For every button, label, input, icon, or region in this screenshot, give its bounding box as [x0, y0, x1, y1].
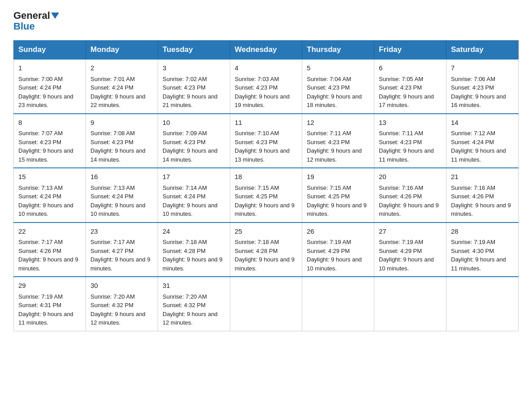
calendar-day-4: 4Sunrise: 7:03 AMSunset: 4:23 PMDaylight… [230, 59, 302, 114]
day-number: 10 [163, 118, 225, 128]
calendar-day-22: 22Sunrise: 7:17 AMSunset: 4:26 PMDayligh… [14, 223, 86, 277]
day-info: Sunrise: 7:14 AMSunset: 4:24 PMDaylight:… [163, 184, 225, 218]
calendar-day-14: 14Sunrise: 7:12 AMSunset: 4:24 PMDayligh… [446, 114, 519, 168]
day-number: 28 [451, 227, 514, 237]
weekday-header-tuesday: Tuesday [158, 41, 230, 60]
day-info: Sunrise: 7:16 AMSunset: 4:26 PMDaylight:… [451, 184, 514, 218]
day-info: Sunrise: 7:19 AMSunset: 4:30 PMDaylight:… [451, 238, 514, 273]
calendar-day-5: 5Sunrise: 7:04 AMSunset: 4:23 PMDaylight… [302, 59, 374, 114]
day-info: Sunrise: 7:02 AMSunset: 4:23 PMDaylight:… [163, 75, 225, 110]
calendar-day-6: 6Sunrise: 7:05 AMSunset: 4:23 PMDaylight… [374, 59, 446, 114]
day-info: Sunrise: 7:13 AMSunset: 4:24 PMDaylight:… [18, 184, 81, 218]
calendar-day-23: 23Sunrise: 7:17 AMSunset: 4:27 PMDayligh… [86, 223, 158, 277]
logo: General Blue [13, 9, 59, 32]
day-number: 2 [90, 63, 153, 73]
logo-text-blue: Blue [13, 21, 35, 32]
day-number: 18 [235, 172, 297, 182]
calendar-day-3: 3Sunrise: 7:02 AMSunset: 4:23 PMDaylight… [158, 59, 230, 114]
calendar-day-27: 27Sunrise: 7:19 AMSunset: 4:29 PMDayligh… [374, 223, 446, 277]
day-number: 11 [235, 118, 297, 128]
calendar-day-25: 25Sunrise: 7:18 AMSunset: 4:28 PMDayligh… [230, 223, 302, 277]
day-number: 9 [90, 118, 153, 128]
calendar-week-4: 22Sunrise: 7:17 AMSunset: 4:26 PMDayligh… [14, 223, 519, 277]
weekday-header-monday: Monday [86, 41, 158, 60]
day-number: 17 [163, 172, 225, 182]
calendar-week-2: 8Sunrise: 7:07 AMSunset: 4:23 PMDaylight… [14, 114, 519, 168]
day-number: 20 [379, 172, 442, 182]
calendar-empty-cell [374, 277, 446, 331]
day-info: Sunrise: 7:18 AMSunset: 4:28 PMDaylight:… [235, 238, 297, 273]
calendar-week-5: 29Sunrise: 7:19 AMSunset: 4:31 PMDayligh… [14, 277, 519, 331]
day-number: 27 [379, 227, 442, 237]
day-number: 13 [379, 118, 442, 128]
calendar-day-26: 26Sunrise: 7:19 AMSunset: 4:29 PMDayligh… [302, 223, 374, 277]
day-number: 7 [451, 63, 514, 73]
day-number: 5 [307, 63, 369, 73]
calendar-day-2: 2Sunrise: 7:01 AMSunset: 4:24 PMDaylight… [86, 59, 158, 114]
day-number: 6 [379, 63, 442, 73]
day-number: 25 [235, 227, 297, 237]
calendar-day-31: 31Sunrise: 7:20 AMSunset: 4:32 PMDayligh… [158, 277, 230, 331]
day-info: Sunrise: 7:00 AMSunset: 4:24 PMDaylight:… [18, 75, 81, 110]
calendar-day-7: 7Sunrise: 7:06 AMSunset: 4:23 PMDaylight… [446, 59, 519, 114]
day-info: Sunrise: 7:15 AMSunset: 4:25 PMDaylight:… [307, 184, 369, 218]
calendar-day-20: 20Sunrise: 7:16 AMSunset: 4:26 PMDayligh… [374, 168, 446, 223]
day-number: 29 [18, 281, 81, 291]
day-info: Sunrise: 7:08 AMSunset: 4:23 PMDaylight:… [90, 129, 153, 164]
day-info: Sunrise: 7:17 AMSunset: 4:27 PMDaylight:… [90, 238, 153, 273]
day-info: Sunrise: 7:01 AMSunset: 4:24 PMDaylight:… [90, 75, 153, 110]
day-number: 15 [18, 172, 81, 182]
calendar-empty-cell [446, 277, 519, 331]
day-info: Sunrise: 7:12 AMSunset: 4:24 PMDaylight:… [451, 129, 514, 164]
day-info: Sunrise: 7:04 AMSunset: 4:23 PMDaylight:… [307, 75, 369, 110]
day-number: 23 [90, 227, 153, 237]
weekday-header-thursday: Thursday [302, 41, 374, 60]
weekday-header-friday: Friday [374, 41, 446, 60]
day-info: Sunrise: 7:09 AMSunset: 4:23 PMDaylight:… [163, 129, 225, 164]
day-info: Sunrise: 7:07 AMSunset: 4:23 PMDaylight:… [18, 129, 81, 164]
calendar-header-row: SundayMondayTuesdayWednesdayThursdayFrid… [14, 41, 519, 60]
calendar-day-17: 17Sunrise: 7:14 AMSunset: 4:24 PMDayligh… [158, 168, 230, 223]
day-number: 12 [307, 118, 369, 128]
calendar-day-10: 10Sunrise: 7:09 AMSunset: 4:23 PMDayligh… [158, 114, 230, 168]
day-number: 21 [451, 172, 514, 182]
calendar-day-13: 13Sunrise: 7:11 AMSunset: 4:23 PMDayligh… [374, 114, 446, 168]
day-info: Sunrise: 7:16 AMSunset: 4:26 PMDaylight:… [379, 184, 442, 218]
day-number: 14 [451, 118, 514, 128]
day-info: Sunrise: 7:20 AMSunset: 4:32 PMDaylight:… [163, 292, 225, 327]
day-number: 3 [163, 63, 225, 73]
day-info: Sunrise: 7:19 AMSunset: 4:29 PMDaylight:… [379, 238, 442, 273]
day-info: Sunrise: 7:05 AMSunset: 4:23 PMDaylight:… [379, 75, 442, 110]
calendar-day-28: 28Sunrise: 7:19 AMSunset: 4:30 PMDayligh… [446, 223, 519, 277]
calendar-day-21: 21Sunrise: 7:16 AMSunset: 4:26 PMDayligh… [446, 168, 519, 223]
page-header: General Blue [13, 9, 519, 32]
day-number: 31 [163, 281, 225, 291]
calendar-table: SundayMondayTuesdayWednesdayThursdayFrid… [13, 40, 519, 331]
day-info: Sunrise: 7:10 AMSunset: 4:23 PMDaylight:… [235, 129, 297, 164]
calendar-day-16: 16Sunrise: 7:13 AMSunset: 4:24 PMDayligh… [86, 168, 158, 223]
weekday-header-saturday: Saturday [446, 41, 519, 60]
day-info: Sunrise: 7:11 AMSunset: 4:23 PMDaylight:… [379, 129, 442, 164]
calendar-day-11: 11Sunrise: 7:10 AMSunset: 4:23 PMDayligh… [230, 114, 302, 168]
calendar-empty-cell [230, 277, 302, 331]
day-number: 30 [90, 281, 153, 291]
day-info: Sunrise: 7:03 AMSunset: 4:23 PMDaylight:… [235, 75, 297, 110]
day-info: Sunrise: 7:18 AMSunset: 4:28 PMDaylight:… [163, 238, 225, 273]
calendar-day-24: 24Sunrise: 7:18 AMSunset: 4:28 PMDayligh… [158, 223, 230, 277]
calendar-empty-cell [302, 277, 374, 331]
calendar-day-19: 19Sunrise: 7:15 AMSunset: 4:25 PMDayligh… [302, 168, 374, 223]
calendar-day-1: 1Sunrise: 7:00 AMSunset: 4:24 PMDaylight… [14, 59, 86, 114]
day-info: Sunrise: 7:19 AMSunset: 4:31 PMDaylight:… [18, 292, 81, 327]
day-number: 24 [163, 227, 225, 237]
day-info: Sunrise: 7:11 AMSunset: 4:23 PMDaylight:… [307, 129, 369, 164]
logo-text-general: General [13, 11, 50, 21]
day-number: 22 [18, 227, 81, 237]
day-info: Sunrise: 7:17 AMSunset: 4:26 PMDaylight:… [18, 238, 81, 273]
calendar-week-3: 15Sunrise: 7:13 AMSunset: 4:24 PMDayligh… [14, 168, 519, 223]
calendar-day-30: 30Sunrise: 7:20 AMSunset: 4:32 PMDayligh… [86, 277, 158, 331]
day-number: 19 [307, 172, 369, 182]
calendar-day-8: 8Sunrise: 7:07 AMSunset: 4:23 PMDaylight… [14, 114, 86, 168]
day-info: Sunrise: 7:06 AMSunset: 4:23 PMDaylight:… [451, 75, 514, 110]
day-info: Sunrise: 7:19 AMSunset: 4:29 PMDaylight:… [307, 238, 369, 273]
day-info: Sunrise: 7:13 AMSunset: 4:24 PMDaylight:… [90, 184, 153, 218]
